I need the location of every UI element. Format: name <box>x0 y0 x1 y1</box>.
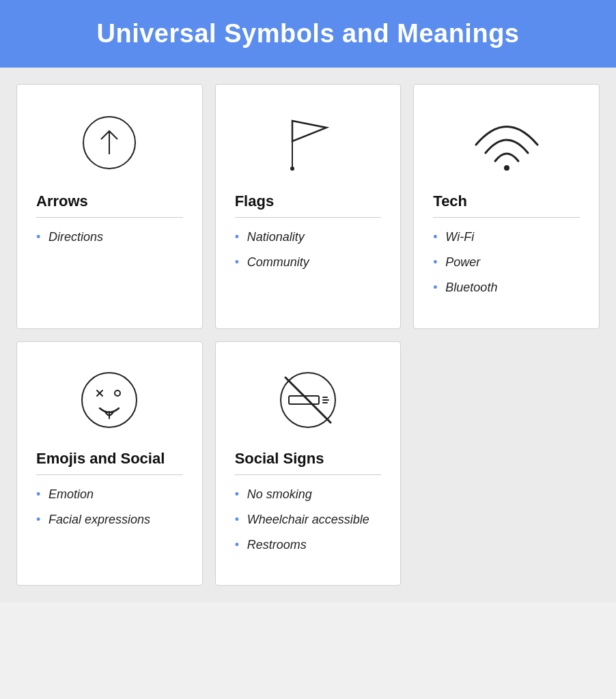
emojis-divider <box>36 474 183 475</box>
svg-point-8 <box>115 390 120 396</box>
list-item: Facial expressions <box>36 511 183 528</box>
tech-icon <box>433 105 580 180</box>
list-item: Bluetooth <box>433 279 580 296</box>
svg-point-3 <box>290 167 294 171</box>
tech-divider <box>433 217 580 218</box>
card-flags: Flags Nationality Community <box>215 84 402 329</box>
card-social-signs: Social Signs No smoking Wheelchair acces… <box>215 341 402 586</box>
card-emojis: Emojis and Social Emotion Facial express… <box>16 341 203 586</box>
list-item: Restrooms <box>235 537 382 554</box>
arrows-list: Directions <box>36 229 183 246</box>
social-signs-title: Social Signs <box>235 450 382 468</box>
card-tech: Tech Wi-Fi Power Bluetooth <box>413 84 600 329</box>
grid-container: Arrows Directions Flags Nationality Comm… <box>0 68 616 602</box>
arrows-icon <box>36 105 183 180</box>
tech-title: Tech <box>433 192 580 210</box>
flags-divider <box>235 217 382 218</box>
page-title: Universal Symbols and Meanings <box>14 19 602 48</box>
emojis-list: Emotion Facial expressions <box>36 486 183 528</box>
list-item: Emotion <box>36 486 183 503</box>
social-signs-icon <box>235 362 382 438</box>
flags-list: Nationality Community <box>235 229 382 271</box>
list-item: Directions <box>36 229 183 246</box>
list-item: Wi-Fi <box>433 229 580 246</box>
flags-title: Flags <box>235 192 382 210</box>
emojis-icon <box>36 362 183 438</box>
list-item: Wheelchair accessible <box>235 511 382 528</box>
card-arrows: Arrows Directions <box>16 84 203 329</box>
list-item: Nationality <box>235 229 382 246</box>
list-item: Power <box>433 254 580 271</box>
social-signs-divider <box>235 474 382 475</box>
social-signs-list: No smoking Wheelchair accessible Restroo… <box>235 486 382 554</box>
emojis-title: Emojis and Social <box>36 450 183 468</box>
page-header: Universal Symbols and Meanings <box>0 0 616 68</box>
flags-icon <box>235 105 382 180</box>
tech-list: Wi-Fi Power Bluetooth <box>433 229 580 297</box>
list-item: Community <box>235 254 382 271</box>
arrows-divider <box>36 217 183 218</box>
svg-point-4 <box>504 165 509 171</box>
list-item: No smoking <box>235 486 382 503</box>
arrows-title: Arrows <box>36 192 183 210</box>
